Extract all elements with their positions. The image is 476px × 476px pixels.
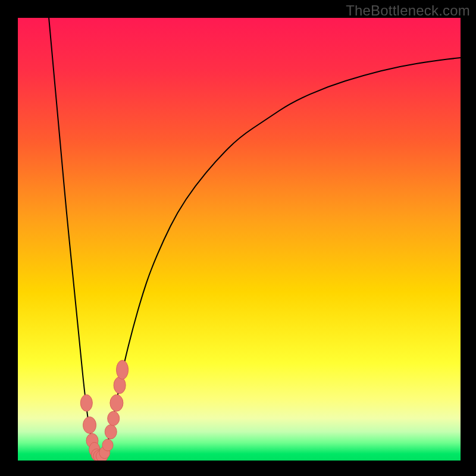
plot-area bbox=[18, 18, 461, 461]
highlight-marker bbox=[108, 411, 120, 425]
bottleneck-curve bbox=[49, 18, 461, 456]
highlight-marker bbox=[83, 416, 96, 433]
highlight-marker bbox=[117, 360, 129, 379]
highlighted-points bbox=[80, 360, 128, 461]
chart-frame: TheBottleneck.com bbox=[0, 0, 476, 476]
highlight-marker bbox=[105, 425, 117, 439]
highlight-marker bbox=[80, 394, 92, 411]
highlight-marker bbox=[114, 377, 126, 394]
highlight-marker bbox=[102, 439, 113, 451]
highlight-marker bbox=[110, 394, 123, 411]
watermark-text: TheBottleneck.com bbox=[346, 2, 470, 19]
curve-layer bbox=[18, 18, 461, 461]
